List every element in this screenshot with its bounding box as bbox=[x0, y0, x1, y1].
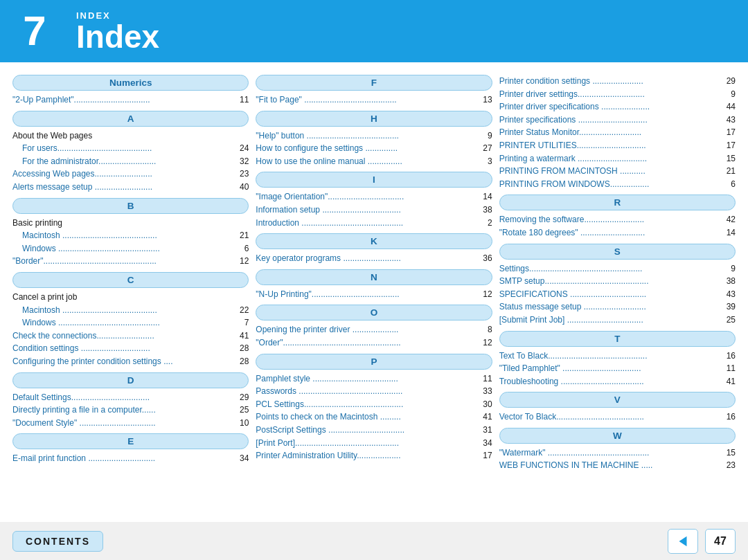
list-item: "Order".................................… bbox=[256, 336, 492, 350]
list-item: E-mail print function ..................… bbox=[12, 452, 249, 465]
list-item: Check the connections...................… bbox=[12, 329, 249, 343]
list-item: For the administrator...................… bbox=[12, 155, 249, 168]
section-header-b: B bbox=[12, 198, 249, 214]
footer-nav: 47 bbox=[668, 529, 736, 554]
section-header-f: F bbox=[256, 75, 492, 91]
section-header-s: S bbox=[499, 244, 736, 260]
list-item: "Rotate 180 degrees" ...................… bbox=[499, 226, 736, 240]
section-header-p: P bbox=[256, 354, 492, 370]
list-item: Settings................................… bbox=[499, 262, 736, 276]
list-item: Printer Status Monitor..................… bbox=[499, 126, 736, 139]
list-item: Points to check on the Macintosh .......… bbox=[256, 410, 492, 424]
list-item: Troubleshooting ........................… bbox=[499, 375, 736, 388]
list-item: "2-Up Pamphlet".........................… bbox=[12, 93, 249, 107]
section-header-t: T bbox=[499, 331, 736, 347]
list-item: "Document Style" .......................… bbox=[12, 417, 249, 430]
list-item: Status message setup ...................… bbox=[499, 300, 736, 314]
list-item: Macintosh ..............................… bbox=[12, 229, 249, 242]
section-header-a: A bbox=[12, 111, 249, 127]
list-item: Accessing Web pages.....................… bbox=[12, 168, 249, 181]
section-header-numerics: Numerics bbox=[12, 75, 249, 91]
section-header-k: K bbox=[256, 233, 492, 249]
list-item: WEB FUNCTIONS IN THE MACHINE ..... 23 bbox=[499, 459, 736, 472]
column-3: Printer condition settings .............… bbox=[499, 71, 736, 518]
list-item: Default Settings........................… bbox=[12, 391, 249, 404]
list-item: "Border"................................… bbox=[12, 255, 249, 268]
page-title: Index bbox=[76, 21, 159, 53]
section-header-w: W bbox=[499, 428, 736, 444]
list-item: "Fit to Page" ..........................… bbox=[256, 93, 492, 107]
list-item: PRINTING FROM MACINTOSH ........... 21 bbox=[499, 165, 736, 178]
list-item: Alerts message setup ...................… bbox=[12, 181, 249, 194]
section-header-h: H bbox=[256, 111, 492, 127]
list-item: Basic printing bbox=[12, 217, 249, 230]
section-header-d: D bbox=[12, 372, 249, 388]
list-item: Printer condition settings .............… bbox=[499, 75, 736, 88]
header-text-block: INDEX Index bbox=[69, 10, 159, 53]
list-item: "N-Up Printing".........................… bbox=[256, 288, 492, 301]
section-header-c: C bbox=[12, 272, 249, 288]
page-header: 7 INDEX Index bbox=[0, 0, 748, 62]
list-item: Directly printing a file in a computer..… bbox=[12, 404, 249, 417]
list-item: "Tiled Pamphlet" .......................… bbox=[499, 362, 736, 375]
section-header-r: R bbox=[499, 195, 736, 210]
contents-button[interactable]: CONTENTS bbox=[12, 531, 103, 552]
page-footer: CONTENTS 47 bbox=[0, 522, 748, 560]
list-item: Printer driver specifications ..........… bbox=[499, 100, 736, 114]
list-item: How to configure the settings ..........… bbox=[256, 142, 492, 155]
section-header-o: O bbox=[256, 305, 492, 320]
list-item: [Submit Print Job] .....................… bbox=[499, 314, 736, 327]
page-number: 47 bbox=[705, 529, 736, 554]
list-item: "Help" button ..........................… bbox=[256, 129, 492, 143]
list-item: PostScript Settings ....................… bbox=[256, 424, 492, 437]
column-2: F "Fit to Page" ........................… bbox=[256, 71, 492, 518]
list-item: Printer driver settings.................… bbox=[499, 88, 736, 101]
list-item: Introduction ...........................… bbox=[256, 217, 492, 230]
list-item: SMTP setup..............................… bbox=[499, 275, 736, 288]
list-item: Macintosh ..............................… bbox=[12, 304, 249, 317]
chapter-number: 7 bbox=[0, 0, 69, 62]
list-item: "Image Orientation".....................… bbox=[256, 190, 492, 204]
column-1: Numerics "2-Up Pamphlet"................… bbox=[12, 71, 249, 518]
list-item: Information setup ......................… bbox=[256, 204, 492, 217]
list-item: SPECIFICATIONS .........................… bbox=[499, 288, 736, 301]
list-item: How to use the online manual ...........… bbox=[256, 155, 492, 168]
list-item: Printing a watermark ...................… bbox=[499, 152, 736, 165]
section-header-n: N bbox=[256, 269, 492, 285]
section-header-v: V bbox=[499, 392, 736, 408]
section-header-e: E bbox=[12, 433, 249, 449]
list-item: For users...............................… bbox=[12, 142, 249, 155]
list-item: Printer Administration Utility..........… bbox=[256, 449, 492, 462]
list-item: Vector To Black.........................… bbox=[499, 410, 736, 424]
prev-arrow-icon bbox=[675, 534, 691, 549]
list-item: PCL Settings............................… bbox=[256, 398, 492, 411]
list-item: Condition settings .....................… bbox=[12, 342, 249, 355]
list-item: Configuring the printer condition settin… bbox=[12, 355, 249, 368]
list-item: Removing the software...................… bbox=[499, 213, 736, 226]
list-item: "Watermark" ............................… bbox=[499, 446, 736, 460]
list-item: Opening the printer driver .............… bbox=[256, 323, 492, 336]
list-item: PRINTER UTILITIES.......................… bbox=[499, 139, 736, 152]
list-item: Passwords ..............................… bbox=[256, 385, 492, 398]
list-item: [Print Port]............................… bbox=[256, 437, 492, 450]
section-header-i: I bbox=[256, 172, 492, 188]
list-item: Windows ................................… bbox=[12, 242, 249, 255]
prev-page-button[interactable] bbox=[668, 529, 698, 554]
list-item: Text To Black...........................… bbox=[499, 350, 736, 363]
list-item: Windows ................................… bbox=[12, 316, 249, 329]
list-item: About the Web pages bbox=[12, 129, 249, 143]
list-item: Key operator programs ..................… bbox=[256, 252, 492, 265]
list-item: Pamphlet style .........................… bbox=[256, 372, 492, 386]
list-item: Printer specifications .................… bbox=[499, 114, 736, 127]
main-content: Numerics "2-Up Pamphlet"................… bbox=[0, 62, 748, 560]
svg-marker-0 bbox=[679, 536, 687, 546]
list-item: PRINTING FROM WINDOWS................. 6 bbox=[499, 178, 736, 191]
list-item: Cancel a print job bbox=[12, 291, 249, 304]
